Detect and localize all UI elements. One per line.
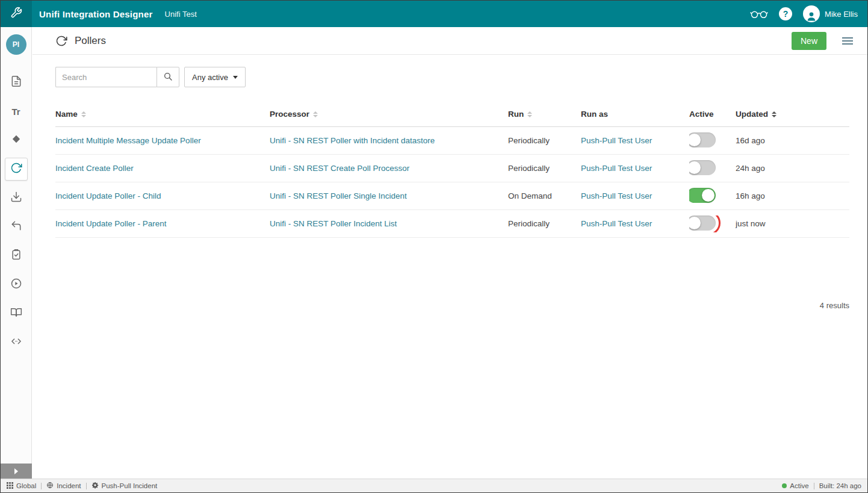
gear-icon [91,482,99,490]
active-toggle[interactable] [689,132,716,147]
pollers-table: Name Processor Run Run as Active Updated… [33,102,867,238]
reply-icon [10,220,22,234]
sidebar-item-fields[interactable] [1,126,31,155]
glasses-icon[interactable] [750,10,768,19]
sidebar-item-pollers[interactable] [1,155,31,184]
integration-indicator: Push-Pull Incident [91,482,158,490]
processor-link[interactable]: Unifi - SN REST Poller Incident List [270,219,397,228]
table-row: Incident Multiple Message Update Poller … [55,127,849,155]
active-toggle[interactable] [689,160,716,175]
app-root: Unifi Integration Designer Unifi Test ? … [0,0,868,493]
divider [86,483,87,489]
sort-icon [772,111,777,117]
sort-icon [81,111,86,117]
help-icon[interactable]: ? [779,7,792,20]
sidebar-collapse-button[interactable] [1,464,32,479]
sidebar: PI Tr [1,27,32,479]
sort-icon [313,111,318,117]
sidebar-item-responses[interactable] [1,212,31,241]
updated-value: 16h ago [736,191,849,200]
sidebar-item-docs[interactable] [1,299,31,328]
poller-name-link[interactable]: Incident Create Poller [55,164,134,173]
search-input[interactable] [55,67,157,87]
app-logo[interactable] [1,1,32,27]
run-value: Periodically [508,164,581,173]
processor-link[interactable]: Unifi - SN REST Create Poll Processor [270,164,409,173]
environment-name: Unifi Test [165,10,197,19]
diamond-icon [10,133,22,147]
poller-name-link[interactable]: Incident Update Poller - Child [55,191,161,200]
status-dot-icon [782,483,787,488]
run-as-link[interactable]: Push-Pull Test User [581,164,652,173]
search-button[interactable] [157,67,179,87]
divider [814,483,814,489]
table-header-row: Name Processor Run Run as Active Updated [55,102,849,127]
poller-rotate-icon [10,162,22,176]
avatar [803,5,820,22]
active-filter-dropdown[interactable]: Any active [184,67,246,87]
column-header-active: Active [689,110,736,119]
scope-indicator: Global [7,482,36,490]
clipboard-check-icon [10,249,22,263]
workspace-badge[interactable]: PI [6,34,26,55]
poller-name-link[interactable]: Incident Update Poller - Parent [55,219,167,228]
app-title: Unifi Integration Designer [39,9,153,19]
status-indicator: Active [782,482,808,489]
sidebar-item-tasks[interactable] [1,241,31,270]
status-bar: Global Incident Push-Pull Incident Activ… [1,479,867,492]
sidebar-item-documents[interactable] [1,68,31,97]
run-value: Periodically [508,219,581,228]
poller-name-link[interactable]: Incident Multiple Message Update Poller [55,136,201,145]
sidebar-item-runs[interactable] [1,270,31,299]
table-row: Incident Update Poller - Child Unifi - S… [55,182,849,210]
page-title: Pollers [75,35,106,47]
code-icon [10,335,22,350]
active-filter-label: Any active [192,73,228,82]
updated-value: 16d ago [736,136,849,145]
filter-bar: Any active [55,67,867,87]
column-header-run[interactable]: Run [508,110,581,119]
pollers-icon [55,35,67,47]
sidebar-item-text[interactable]: Tr [1,97,31,126]
run-as-link[interactable]: Push-Pull Test User [581,219,652,228]
built-timestamp: Built: 24h ago [819,482,861,489]
column-header-name[interactable]: Name [55,110,270,119]
wrench-icon [10,7,22,21]
divider [41,483,42,489]
menu-icon[interactable] [841,35,854,47]
new-button[interactable]: New [792,32,826,50]
column-header-processor[interactable]: Processor [270,110,508,119]
globe-icon [46,482,54,490]
file-icon [10,75,22,90]
column-header-run-as: Run as [581,110,689,119]
sidebar-item-import[interactable] [1,184,31,212]
chevron-down-icon [233,76,238,79]
main-content: Pollers New Any active Name Processor [33,27,867,479]
table-row: Incident Update Poller - Parent Unifi - … [55,210,849,238]
run-as-link[interactable]: Push-Pull Test User [581,191,652,200]
topbar: Unifi Integration Designer Unifi Test ? … [1,1,867,27]
active-toggle[interactable] [689,188,716,203]
search-icon [163,72,173,83]
user-name: Mike Ellis [825,10,858,19]
processor-link[interactable]: Unifi - SN REST Poller with Incident dat… [270,136,435,145]
table-row: Incident Create Poller Unifi - SN REST C… [55,155,849,182]
run-value: On Demand [508,191,581,200]
download-icon [10,191,22,205]
text-icon: Tr [11,107,20,117]
active-toggle-highlighted[interactable] [689,215,716,231]
run-value: Periodically [508,136,581,145]
run-as-link[interactable]: Push-Pull Test User [581,136,652,145]
play-circle-icon [10,278,22,292]
processor-link[interactable]: Unifi - SN REST Poller Single Incident [270,191,407,200]
chevron-right-icon [14,468,18,474]
results-count: 4 results [33,301,867,310]
column-header-updated[interactable]: Updated [736,110,849,119]
user-menu[interactable]: Mike Ellis [803,5,858,22]
updated-value: 24h ago [736,164,849,173]
sidebar-item-code[interactable] [1,328,31,357]
sort-icon [527,111,532,117]
book-icon [10,306,22,321]
grid-icon [7,482,13,490]
page-header: Pollers New [33,27,867,55]
